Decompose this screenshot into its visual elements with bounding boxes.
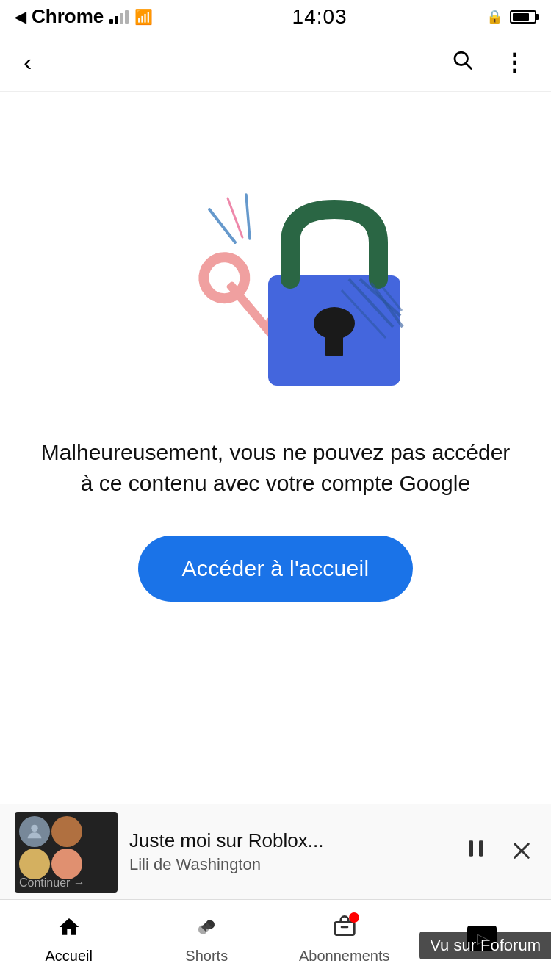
mini-player[interactable]: Continuer → Juste moi sur Roblox... Lili… (0, 804, 551, 899)
nav-item-shorts[interactable]: Shorts (138, 915, 276, 965)
nav-item-accueil[interactable]: Accueil (0, 915, 138, 965)
svg-rect-18 (469, 840, 473, 856)
wifi-icon: 📶 (134, 8, 153, 26)
mini-player-controls (460, 831, 536, 873)
close-button[interactable] (507, 832, 536, 872)
nav-actions: ⋮ (445, 43, 533, 82)
signal-icon (109, 10, 129, 24)
nav-label-shorts: Shorts (185, 948, 228, 965)
shorts-icon (195, 915, 218, 944)
svg-line-1 (467, 64, 472, 69)
search-button[interactable] (445, 43, 479, 82)
nav-item-abonnements[interactable]: Abonnements (276, 915, 414, 965)
lock-illustration (121, 129, 430, 408)
svg-point-17 (31, 824, 37, 831)
svg-rect-19 (479, 840, 483, 856)
nav-bar: ‹ ⋮ (0, 33, 551, 92)
status-right: 🔒 (486, 9, 536, 25)
svg-line-2 (209, 209, 235, 242)
carrier-name: Chrome (32, 5, 104, 28)
battery-icon (510, 10, 536, 24)
mini-player-title: Juste moi sur Roblox... (129, 829, 448, 852)
home-icon (57, 915, 81, 944)
status-time: 14:03 (292, 5, 347, 29)
pause-button[interactable] (460, 831, 492, 873)
avatar (19, 849, 50, 879)
nav-label-accueil: Accueil (46, 948, 93, 965)
status-carrier: ◀ Chrome 📶 (15, 5, 153, 28)
error-message: Malheureusement, vous ne pouvez pas accé… (29, 437, 522, 499)
back-chevron-icon: ◀ (15, 8, 26, 26)
svg-line-4 (246, 195, 250, 239)
mini-player-info: Juste moi sur Roblox... Lili de Washingt… (129, 829, 448, 874)
subscriptions-icon (333, 915, 356, 944)
nav-label-abonnements: Abonnements (299, 948, 389, 965)
avatar (19, 816, 50, 847)
status-bar: ◀ Chrome 📶 14:03 🔒 (0, 0, 551, 33)
mini-player-thumbnail[interactable]: Continuer → (15, 812, 118, 893)
avatar (51, 849, 82, 879)
continue-label: Continuer → (19, 876, 85, 890)
vu-sur-badge: Vu sur Foforum (419, 932, 551, 959)
screen-lock-icon: 🔒 (486, 9, 503, 25)
svg-line-3 (228, 198, 242, 237)
mini-player-subtitle: Lili de Washington (129, 855, 448, 874)
more-options-button[interactable]: ⋮ (497, 43, 533, 82)
avatar (51, 816, 82, 847)
svg-rect-22 (334, 922, 354, 934)
back-button[interactable]: ‹ (18, 42, 37, 82)
go-home-button[interactable]: Accéder à l'accueil (138, 536, 414, 602)
svg-rect-11 (325, 334, 343, 356)
main-content: Malheureusement, vous ne pouvez pas accé… (0, 92, 551, 624)
